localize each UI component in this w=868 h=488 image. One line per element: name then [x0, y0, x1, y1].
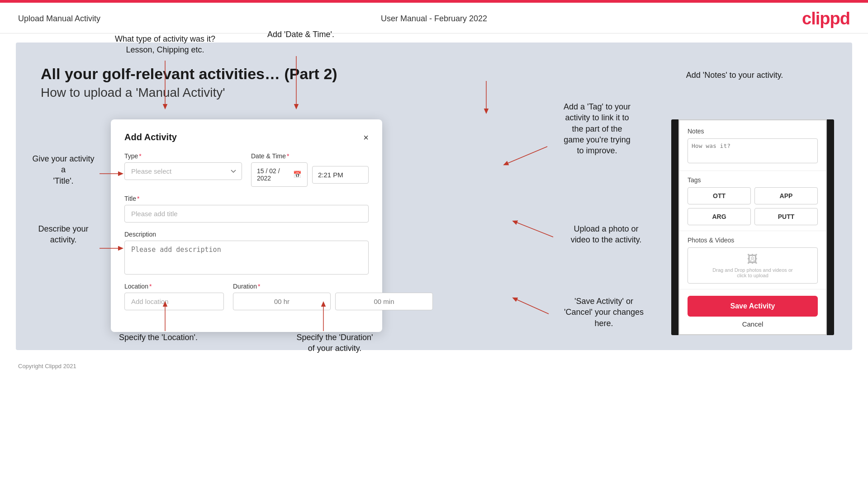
ann-location: Specify the 'Location'. [113, 332, 204, 343]
ann-save-cancel: 'Save Activity' or 'Cancel' your changes… [550, 296, 658, 329]
svg-line-7 [504, 147, 547, 165]
location-input[interactable] [124, 293, 224, 310]
upload-area[interactable]: 🖼 Drag and Drop photos and videos or cli… [688, 247, 818, 284]
ann-tag: Add a 'Tag' to your activity to link it … [545, 101, 649, 156]
phone-mockup: Notes Tags OTT APP ARG PUTT Photos & Vid… [671, 119, 834, 335]
notes-section-label: Notes [688, 128, 818, 135]
footer: Copyright Clippd 2021 [0, 359, 868, 373]
title-input[interactable] [124, 205, 369, 223]
modal-close-button[interactable]: × [363, 133, 369, 142]
header-left: Upload Manual Activity [18, 14, 100, 24]
duration-min-input[interactable] [335, 293, 433, 310]
type-select[interactable]: Please select [124, 162, 242, 180]
logo: clippd [802, 9, 850, 28]
notes-textarea[interactable] [688, 138, 818, 163]
photos-section: Photos & Videos 🖼 Drag and Drop photos a… [679, 231, 826, 289]
ann-give-title: Give your activity a 'Title'. [29, 153, 97, 186]
modal-title: Add Activity [124, 132, 177, 142]
ann-duration: Specify the 'Duration' of your activity. [283, 332, 387, 354]
photos-section-label: Photos & Videos [688, 237, 818, 244]
date-input[interactable]: 15 / 02 / 2022 📅 [251, 162, 308, 187]
ann-describe: Describe your activity. [27, 223, 100, 246]
svg-line-8 [513, 221, 553, 237]
title-label: Title* [124, 195, 369, 202]
date-time-label: Date & Time* [251, 152, 369, 160]
main-content: All your golf-relevant activities… (Part… [16, 43, 852, 350]
description-textarea[interactable] [124, 241, 369, 275]
svg-line-9 [513, 298, 549, 314]
ann-upload: Upload a photo or video to the activity. [554, 223, 658, 246]
notes-section: Notes [679, 120, 826, 171]
header: Upload Manual Activity User Manual - Feb… [0, 3, 868, 33]
description-label: Description [124, 231, 369, 238]
duration-label: Duration* [233, 283, 433, 290]
ann-date-time: Add 'Date & Time'. [256, 29, 346, 40]
header-center: User Manual - February 2022 [381, 14, 487, 24]
location-label: Location* [124, 283, 224, 290]
ann-activity-type: What type of activity was it? Lesson, Ch… [111, 33, 219, 56]
tag-ott[interactable]: OTT [688, 187, 751, 204]
tag-putt[interactable]: PUTT [754, 208, 818, 225]
type-label: Type* [124, 152, 242, 160]
add-activity-modal: Add Activity × Type* Please select Date … [111, 119, 382, 332]
tags-grid: OTT APP ARG PUTT [688, 187, 818, 225]
tag-app[interactable]: APP [754, 187, 818, 204]
upload-icon: 🖼 [747, 253, 758, 265]
tags-section-label: Tags [688, 176, 818, 184]
duration-hr-input[interactable] [233, 293, 331, 310]
cancel-link[interactable]: Cancel [679, 320, 826, 328]
right-panel: Add 'Notes' to your activity. Notes Tags… [671, 97, 834, 335]
time-input[interactable]: 2:21 PM [312, 166, 369, 184]
save-activity-button[interactable]: Save Activity [688, 296, 818, 317]
tags-section: Tags OTT APP ARG PUTT [679, 171, 826, 231]
tag-arg[interactable]: ARG [688, 208, 751, 225]
copyright: Copyright Clippd 2021 [18, 363, 76, 370]
upload-text: Drag and Drop photos and videos or click… [712, 267, 792, 278]
calendar-icon: 📅 [293, 171, 302, 179]
ann-notes: Add 'Notes' to your activity. [685, 70, 784, 81]
